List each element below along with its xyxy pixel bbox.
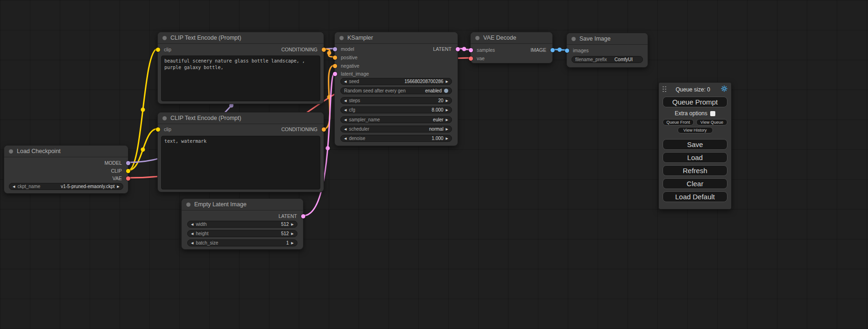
input-port-samples[interactable]: samples (471, 47, 495, 53)
link-midpoint-dot[interactable] (327, 51, 332, 55)
increment-arrow-icon[interactable]: ▶ (446, 127, 448, 131)
input-port-positive[interactable]: positive (335, 54, 358, 61)
widget-cfg[interactable]: ◀ cfg 8.000 ▶ (340, 106, 452, 113)
input-port-vae[interactable]: vae (471, 55, 485, 62)
output-port-vae[interactable]: VAE (113, 175, 128, 182)
input-port-latent-image[interactable]: latent_image (335, 70, 369, 77)
increment-arrow-icon[interactable]: ▶ (117, 185, 120, 188)
queue-prompt-button[interactable]: Queue Prompt (663, 97, 727, 107)
increment-arrow-icon[interactable]: ▶ (446, 118, 448, 121)
load-button[interactable]: Load (663, 152, 727, 163)
output-port-conditioning[interactable]: CONDITIONING (281, 126, 324, 133)
port-dot[interactable] (333, 72, 337, 76)
widget-seed[interactable]: ◀ seed 156680208700286 ▶ (340, 78, 452, 85)
view-history-button[interactable]: View History (677, 127, 713, 133)
decrement-arrow-icon[interactable]: ◀ (344, 118, 346, 121)
clear-button[interactable]: Clear (663, 178, 727, 189)
decrement-arrow-icon[interactable]: ◀ (191, 223, 193, 226)
port-dot[interactable] (469, 56, 473, 61)
node-clip-text-encode-positive[interactable]: CLIP Text Encode (Prompt) clip CONDITION… (157, 32, 324, 104)
decrement-arrow-icon[interactable]: ◀ (344, 99, 346, 102)
port-dot[interactable] (126, 161, 130, 165)
decrement-arrow-icon[interactable]: ◀ (13, 185, 15, 188)
link-midpoint-dot[interactable] (325, 146, 330, 150)
collapse-dot-icon[interactable] (572, 37, 576, 41)
link-midpoint-dot[interactable] (557, 48, 562, 52)
node-title-bar[interactable]: CLIP Text Encode (Prompt) (158, 32, 324, 44)
settings-gear-icon[interactable] (721, 85, 727, 93)
port-dot[interactable] (469, 48, 473, 52)
refresh-button[interactable]: Refresh (663, 165, 727, 176)
node-clip-text-encode-negative[interactable]: CLIP Text Encode (Prompt) clip CONDITION… (157, 112, 324, 192)
input-port-images[interactable]: images (567, 47, 589, 54)
link-midpoint-dot[interactable] (141, 107, 145, 112)
collapse-dot-icon[interactable] (339, 36, 344, 40)
widget-height[interactable]: ◀ height 512 ▶ (187, 230, 297, 237)
collapse-dot-icon[interactable] (475, 36, 480, 40)
port-dot[interactable] (126, 169, 130, 173)
input-port-clip[interactable]: clip (158, 126, 171, 133)
port-dot[interactable] (156, 48, 160, 52)
increment-arrow-icon[interactable]: ▶ (446, 137, 448, 140)
node-save-image[interactable]: Save Image images filename_prefix ComfyU… (566, 33, 648, 68)
port-dot[interactable] (333, 47, 337, 51)
input-port-model[interactable]: model (335, 46, 354, 52)
increment-arrow-icon[interactable]: ▶ (291, 223, 294, 226)
link-midpoint-dot[interactable] (141, 147, 145, 152)
extra-options-checkbox[interactable] (710, 111, 715, 116)
port-dot[interactable] (456, 47, 460, 51)
node-title-bar[interactable]: Load Checkpoint (4, 146, 128, 157)
queue-front-button[interactable]: Queue Front (663, 119, 694, 126)
view-queue-button[interactable]: View Queue (696, 119, 727, 126)
widget-width[interactable]: ◀ width 512 ▶ (187, 221, 297, 228)
node-title-bar[interactable]: VAE Decode (471, 32, 552, 44)
collapse-dot-icon[interactable] (186, 203, 191, 207)
increment-arrow-icon[interactable]: ▶ (446, 99, 448, 102)
increment-arrow-icon[interactable]: ▶ (291, 241, 294, 245)
decrement-arrow-icon[interactable]: ◀ (344, 127, 346, 131)
prompt-textarea[interactable]: beautiful scenery nature glass bottle la… (161, 56, 320, 101)
output-port-latent[interactable]: LATENT (279, 213, 303, 219)
port-dot[interactable] (322, 127, 326, 132)
output-port-latent[interactable]: LATENT (433, 46, 458, 52)
collapse-dot-icon[interactable] (162, 36, 167, 40)
port-dot[interactable] (333, 56, 337, 60)
widget-filename-prefix[interactable]: filename_prefix ComfyUI (572, 56, 643, 63)
output-port-image[interactable]: IMAGE (530, 47, 552, 53)
port-dot[interactable] (322, 48, 326, 52)
input-port-clip[interactable]: clip (158, 46, 171, 53)
decrement-arrow-icon[interactable]: ◀ (344, 137, 346, 140)
port-dot[interactable] (333, 64, 337, 68)
widget-steps[interactable]: ◀ steps 20 ▶ (340, 97, 452, 104)
collapse-dot-icon[interactable] (162, 116, 167, 120)
node-title-bar[interactable]: KSampler (335, 32, 458, 44)
widget-sampler-name[interactable]: ◀ sampler_name euler ▶ (340, 116, 452, 123)
link-midpoint-dot[interactable] (462, 47, 466, 51)
toggle-dot-icon[interactable] (444, 89, 448, 93)
port-dot[interactable] (550, 48, 555, 52)
node-load-checkpoint[interactable]: Load Checkpoint MODEL CLIP VAE ◀ ckpt_na… (4, 145, 128, 194)
widget-random-seed-toggle[interactable]: Random seed after every gen enabled (340, 87, 452, 94)
increment-arrow-icon[interactable]: ▶ (291, 232, 294, 235)
node-vae-decode[interactable]: VAE Decode samples vae IMAGE (470, 32, 553, 63)
decrement-arrow-icon[interactable]: ◀ (344, 80, 346, 83)
port-dot[interactable] (301, 214, 305, 218)
widget-batch-size[interactable]: ◀ batch_size 1 ▶ (187, 239, 297, 246)
port-dot[interactable] (565, 49, 569, 53)
drag-handle-icon[interactable] (663, 86, 667, 93)
increment-arrow-icon[interactable]: ▶ (446, 108, 448, 112)
output-port-clip[interactable]: CLIP (111, 168, 128, 174)
widget-denoise[interactable]: ◀ denoise 1.000 ▶ (340, 135, 452, 142)
port-dot[interactable] (156, 127, 160, 132)
widget-ckpt-name[interactable]: ◀ ckpt_name v1-5-pruned-emaonly.ckpt ▶ (9, 183, 123, 190)
increment-arrow-icon[interactable]: ▶ (446, 80, 448, 83)
load-default-button[interactable]: Load Default (663, 191, 727, 202)
prompt-textarea[interactable]: text, watermark (161, 136, 320, 189)
node-ksampler[interactable]: KSampler model positive negative latent_… (334, 32, 458, 146)
collapse-dot-icon[interactable] (9, 149, 13, 154)
widget-scheduler[interactable]: ◀ scheduler normal ▶ (340, 126, 452, 133)
output-port-conditioning[interactable]: CONDITIONING (281, 46, 324, 53)
input-port-negative[interactable]: negative (335, 63, 360, 69)
decrement-arrow-icon[interactable]: ◀ (344, 108, 346, 112)
node-title-bar[interactable]: CLIP Text Encode (Prompt) (158, 112, 324, 124)
